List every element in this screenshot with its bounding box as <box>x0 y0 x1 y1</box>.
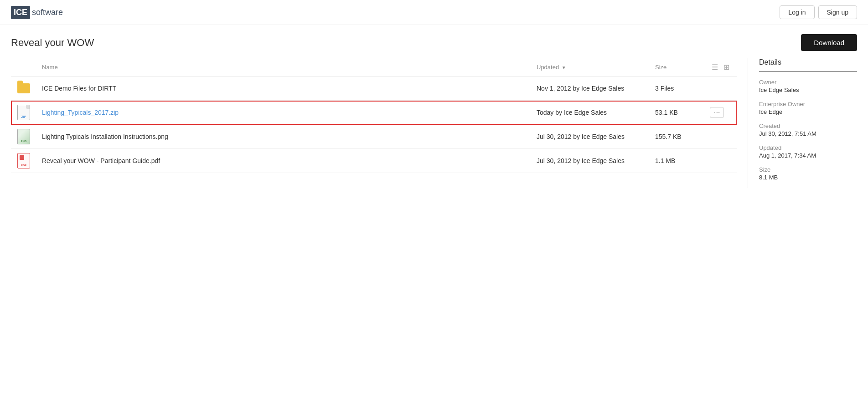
file-name-cell: ICE Demo Files for DIRTT <box>36 77 531 101</box>
file-size-cell: 155.7 KB <box>650 125 704 149</box>
file-list-area: Name Updated ▼ Size ☰ ⊞ I <box>11 58 737 188</box>
file-updated-cell: Jul 30, 2012 by Ice Edge Sales <box>531 149 650 173</box>
file-icon-cell <box>11 149 36 173</box>
col-header-size: Size <box>650 58 704 77</box>
size-value: 8.1 MB <box>759 174 857 181</box>
detail-created: Created Jul 30, 2012, 7:51 AM <box>759 122 857 137</box>
file-updated-cell: Jul 30, 2012 by Ice Edge Sales <box>531 125 650 149</box>
logo-ice: ICE <box>11 6 30 19</box>
file-table: Name Updated ▼ Size ☰ ⊞ I <box>11 58 737 173</box>
table-row[interactable]: ICE Demo Files for DIRTT Nov 1, 2012 by … <box>11 77 737 101</box>
main-layout: Name Updated ▼ Size ☰ ⊞ I <box>0 58 868 188</box>
col-header-updated[interactable]: Updated ▼ <box>531 58 650 77</box>
signup-button[interactable]: Sign up <box>818 5 857 19</box>
folder-icon <box>16 81 31 96</box>
file-name: Reveal your WOW - Participant Guide.pdf <box>42 157 160 164</box>
file-icon-cell <box>11 125 36 149</box>
view-toggles: ☰ ⊞ <box>710 62 731 72</box>
owner-label: Owner <box>759 79 857 86</box>
header: ICE software Log in Sign up <box>0 0 868 25</box>
file-actions-cell <box>704 149 737 173</box>
size-label: Size <box>759 166 857 173</box>
table-row[interactable]: Lighting_Typicals_2017.zip Today by Ice … <box>11 101 737 125</box>
details-panel: Details Owner Ice Edge Sales Enterprise … <box>748 58 857 188</box>
sort-arrow-icon: ▼ <box>562 65 566 70</box>
file-icon-cell <box>11 77 36 101</box>
updated-label: Updated <box>759 144 857 151</box>
enterprise-owner-label: Enterprise Owner <box>759 101 857 107</box>
col-header-actions: ☰ ⊞ <box>704 58 737 77</box>
file-size-cell: 53.1 KB <box>650 101 704 125</box>
page-title: Reveal your WOW <box>11 37 94 49</box>
png-icon <box>16 129 31 144</box>
file-name-cell: Lighting Typicals Installation Instructi… <box>36 125 531 149</box>
detail-updated: Updated Aug 1, 2017, 7:34 AM <box>759 144 857 159</box>
table-row[interactable]: Reveal your WOW - Participant Guide.pdf … <box>11 149 737 173</box>
grid-view-button[interactable]: ⊞ <box>722 62 731 72</box>
file-size-cell: 1.1 MB <box>650 149 704 173</box>
file-name-cell: Reveal your WOW - Participant Guide.pdf <box>36 149 531 173</box>
details-title: Details <box>759 58 857 71</box>
file-name: Lighting Typicals Installation Instructi… <box>42 133 168 140</box>
file-name: ICE Demo Files for DIRTT <box>42 85 116 92</box>
file-actions-cell: ··· <box>704 101 737 125</box>
col-header-icon <box>11 58 36 77</box>
file-actions-cell <box>704 125 737 149</box>
logo: ICE software <box>11 6 63 19</box>
more-options-button[interactable]: ··· <box>710 107 724 118</box>
detail-enterprise-owner: Enterprise Owner Ice Edge <box>759 101 857 115</box>
login-button[interactable]: Log in <box>780 5 814 19</box>
zip-icon <box>16 105 31 120</box>
file-name-link[interactable]: Lighting_Typicals_2017.zip <box>42 109 119 116</box>
created-value: Jul 30, 2012, 7:51 AM <box>759 130 857 137</box>
enterprise-owner-value: Ice Edge <box>759 108 857 115</box>
detail-size: Size 8.1 MB <box>759 166 857 181</box>
owner-value: Ice Edge Sales <box>759 87 857 93</box>
list-view-button[interactable]: ☰ <box>710 62 720 72</box>
header-actions: Log in Sign up <box>780 5 857 19</box>
file-size-cell: 3 Files <box>650 77 704 101</box>
download-button[interactable]: Download <box>801 34 857 51</box>
logo-software: software <box>32 8 63 17</box>
page-header: Reveal your WOW Download <box>0 25 868 58</box>
file-updated-cell: Nov 1, 2012 by Ice Edge Sales <box>531 77 650 101</box>
file-actions-cell <box>704 77 737 101</box>
detail-owner: Owner Ice Edge Sales <box>759 79 857 93</box>
file-updated-cell: Today by Ice Edge Sales <box>531 101 650 125</box>
file-icon-cell <box>11 101 36 125</box>
updated-value: Aug 1, 2017, 7:34 AM <box>759 152 857 159</box>
pdf-icon <box>16 153 31 168</box>
created-label: Created <box>759 122 857 129</box>
table-row[interactable]: Lighting Typicals Installation Instructi… <box>11 125 737 149</box>
col-header-name: Name <box>36 58 531 77</box>
file-name-cell: Lighting_Typicals_2017.zip <box>36 101 531 125</box>
